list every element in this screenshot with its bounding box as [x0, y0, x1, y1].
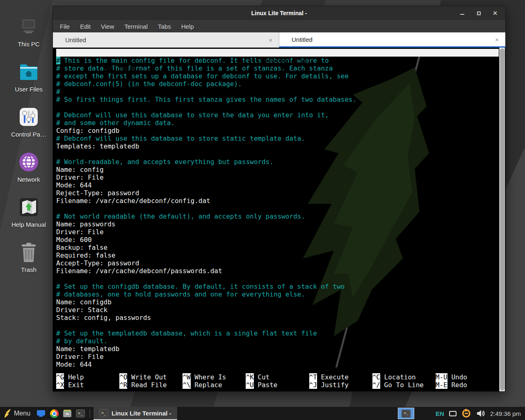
tab-untitled-2[interactable]: Untitled ×: [279, 32, 505, 48]
nano-shortcut: ^C Location: [372, 373, 436, 381]
desktop-icon-trash[interactable]: Trash: [5, 234, 52, 273]
shortcut-key: ^W: [183, 373, 190, 381]
desktop-icon-label: Help Manual: [11, 221, 46, 228]
menu-button-label[interactable]: Menu: [14, 410, 30, 417]
chrome-launcher[interactable]: [49, 409, 59, 418]
home-folder-icon: [18, 60, 39, 83]
nano-shortcut: ^J Justify: [309, 381, 372, 389]
terminal-line: Filename: /var/cache/debconf/passwords.d…: [56, 267, 499, 275]
menu-view[interactable]: View: [101, 23, 114, 30]
menu-file[interactable]: File: [60, 23, 70, 30]
nano-shortcut: ^\ Replace: [183, 381, 246, 389]
terminal-launcher[interactable]: >_: [75, 409, 85, 418]
desktop-icon-label: User Files: [15, 86, 43, 93]
nano-title-bar: /etc/debconf.conf GNU nano 7.2: [56, 49, 499, 57]
shortcut-key: ^J: [309, 381, 317, 389]
desktop-icon-label: Trash: [21, 266, 37, 273]
terminal-line: Reject-Type: password: [56, 189, 499, 197]
terminal-line: # by default.: [56, 337, 499, 345]
shortcut-key: ^\: [183, 381, 190, 389]
terminal-line: [56, 150, 499, 158]
nano-shortcut: ^K Cut: [246, 373, 309, 381]
desktop-icon-network[interactable]: Network: [5, 144, 52, 183]
desktop-icon-label: Network: [17, 176, 40, 183]
terminal-line: # Set up the configdb database. By defau…: [56, 283, 499, 290]
close-icon: ✕: [493, 10, 498, 16]
terminal-icon: >_: [76, 409, 85, 418]
update-manager-button[interactable]: [461, 409, 471, 418]
desktop-icon-user-files[interactable]: User Files: [5, 53, 52, 93]
notification-display-button[interactable]: [449, 411, 457, 416]
menu-button[interactable]: [3, 408, 11, 419]
volume-button[interactable]: [476, 409, 485, 418]
display-blue-icon: [37, 410, 46, 417]
clock[interactable]: 2:49:36 pm: [490, 410, 521, 417]
desktop-icon-control-panel[interactable]: Control Pa…: [5, 98, 52, 138]
close-button[interactable]: ✕: [492, 10, 498, 16]
window-title: Linux Lite Terminal -: [53, 10, 505, 16]
nano-shortcut: ^T Execute: [309, 373, 372, 381]
nano-shortcut-bar: ^G Help^O Write Out^W Where Is^K Cut^T E…: [56, 373, 499, 389]
nano-shortcut: ^G Help: [56, 373, 119, 381]
terminal-line: # Not world readable (the default), and …: [56, 212, 499, 220]
tab-label: Untitled: [292, 36, 495, 43]
shortcut-key: M-U: [436, 373, 447, 381]
desktop-icon-label: This PC: [18, 41, 39, 48]
terminal-screen[interactable]: /etc/debconf.conf GNU nano 7.2 # This is…: [53, 48, 505, 391]
tray-terminal-button[interactable]: >_: [398, 408, 414, 419]
terminal-line: # So first things first. This first stan…: [56, 96, 499, 103]
scrollbar-thumb[interactable]: [500, 48, 504, 390]
maximize-button[interactable]: [476, 10, 482, 16]
window-controls: ✕: [459, 10, 505, 16]
terminal-line: Name: templatedb: [56, 345, 499, 353]
menu-help[interactable]: Help: [181, 23, 194, 30]
shortcut-key: ^G: [56, 373, 64, 381]
window-titlebar[interactable]: Linux Lite Terminal - ✕: [53, 6, 505, 20]
terminal-line: # Set up the templatedb database, which …: [56, 329, 499, 337]
tab-close-icon[interactable]: ×: [495, 36, 499, 43]
taskbar: Menu >_: [0, 407, 525, 420]
nano-text-area: # This is the main config file for debco…: [56, 57, 499, 368]
terminal-icon: >_: [99, 409, 108, 417]
tab-untitled-1[interactable]: Untitled ×: [53, 32, 279, 48]
menu-tabs[interactable]: Tabs: [158, 23, 171, 30]
chrome-icon: [50, 409, 59, 418]
terminal-line: [56, 275, 499, 283]
shortcut-key: ^K: [246, 373, 253, 381]
computer-icon: [18, 15, 39, 38]
tab-close-icon[interactable]: ×: [269, 37, 272, 43]
minimize-button[interactable]: [459, 10, 465, 16]
terminal-scrollbar[interactable]: [499, 48, 505, 391]
nano-shortcut: ^R Read File: [119, 381, 183, 389]
terminal-line: # debconf.conf(5) (in the debconf-doc pa…: [56, 80, 499, 88]
taskbar-tray: >_ EN 2:49:36 pm: [398, 407, 525, 420]
nano-shortcut: ^W Where Is: [183, 373, 246, 381]
desktop-icon-help-manual[interactable]: Help Manual: [5, 189, 52, 228]
trash-icon: [19, 241, 38, 264]
terminal-line: # databases, one to hold passwords and o…: [56, 290, 499, 298]
menu-bar: File Edit View Terminal Tabs Help: [53, 20, 505, 32]
terminal-line: Config: configdb: [56, 127, 499, 135]
terminal-window: Linux Lite Terminal - ✕ File Edit View T…: [52, 6, 506, 392]
menu-terminal[interactable]: Terminal: [124, 23, 148, 30]
terminal-line: Driver: File: [56, 173, 499, 181]
desktop-icon-label: Control Pa…: [11, 131, 46, 138]
terminal-line: #: [56, 88, 499, 96]
task-button-terminal[interactable]: >_ Linux Lite Terminal -: [94, 407, 177, 420]
nano-shortcut: ^U Paste: [246, 381, 309, 389]
terminal-line: Required: false: [56, 251, 499, 259]
terminal-line: # except the first sets up a database fo…: [56, 72, 499, 80]
file-manager-launcher[interactable]: [62, 409, 72, 418]
menu-edit[interactable]: Edit: [80, 23, 91, 30]
desktop-icon-this-pc[interactable]: This PC: [5, 8, 52, 48]
maximize-icon: [477, 11, 481, 15]
terminal-line: # Debconf will use this database to stor…: [56, 111, 499, 119]
terminal-line: Filename: /var/cache/debconf/config.dat: [56, 197, 499, 205]
terminal-line: Backup: false: [56, 244, 499, 251]
shortcut-key: ^C: [372, 373, 380, 381]
terminal-line: [56, 205, 499, 212]
display-icon: [449, 411, 457, 416]
nano-shortcut: ^X Exit: [56, 381, 119, 389]
keyboard-layout-indicator[interactable]: EN: [436, 410, 444, 417]
show-desktop-button[interactable]: [36, 409, 46, 418]
